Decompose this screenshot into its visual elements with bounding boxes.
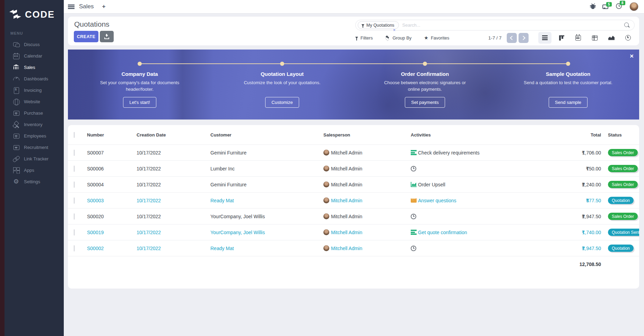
timeline-dot [566,62,570,66]
row-checkbox[interactable] [74,213,75,220]
activity-view-button[interactable] [621,32,635,44]
activity-icon[interactable] [411,182,417,187]
facet-remove-icon[interactable]: × [393,28,395,33]
timeline-dot [280,62,284,66]
table-row[interactable]: S00004 10/17/2022 Gemini Furniture Mitch… [68,176,639,192]
create-button[interactable]: CREATE [74,31,98,42]
currency-symbol: ₹ [586,166,589,171]
sidebar-item-label: Discuss [24,42,40,47]
search-input[interactable]: Search... [402,23,624,28]
sidebar-item-inventory[interactable]: Inventory [5,119,64,130]
calendar-icon [13,53,19,59]
close-icon[interactable]: × [630,52,634,60]
cell-customer: Ready Mat [210,198,323,203]
search-facet-my-quotations[interactable]: My Quotations [358,21,399,29]
search-icon[interactable] [624,22,630,28]
hamburger-menu-icon[interactable] [68,5,75,9]
status-badge: Quotation Sent [608,229,639,236]
messages-icon[interactable]: 5 [602,5,608,9]
status-badge: Sales Order [608,213,638,220]
table-row[interactable]: S00020 10/17/2022 YourCompany, Joel Will… [68,208,639,224]
send-sample-button[interactable]: Send sample [549,97,588,108]
currency-symbol: ₹ [582,182,585,187]
activity-icon[interactable] [411,166,416,171]
column-header-customer[interactable]: Customer [210,132,323,138]
sidebar-item-label: Apps [24,168,34,173]
app-logo[interactable]: CODE [5,0,64,22]
search-bar[interactable]: My Quotations × Search... [355,20,635,30]
graph-view-button[interactable] [605,32,618,44]
sidebar-item-sales[interactable]: Sales [5,62,64,73]
activity-label: Answer questions [418,198,456,203]
activity-icon[interactable] [411,214,416,219]
activity-icon[interactable] [411,198,417,203]
customize-button[interactable]: Customize [265,97,299,108]
debug-bug-icon[interactable] [591,4,595,9]
sidebar-item-purchase[interactable]: Purchase [5,107,64,119]
column-header-status[interactable]: Status [601,132,639,138]
calendar-view-button[interactable] [572,32,585,44]
sidebar-item-employees[interactable]: Employees [5,130,64,142]
activity-icon[interactable] [411,230,417,235]
sidebar-item-discuss[interactable]: Discuss [5,39,64,50]
current-app-name[interactable]: Sales [79,3,94,10]
messages-count-badge: 5 [606,2,612,7]
group-by-button[interactable]: Group By [385,35,411,41]
export-button[interactable] [100,31,114,42]
sidebar-item-apps[interactable]: Apps [5,165,64,176]
table-footer-row: 12,708.50 [68,256,639,272]
sidebar-item-settings[interactable]: Settings [5,176,64,187]
table-row[interactable]: S00006 10/17/2022 Lumber Inc Mitchell Ad… [68,160,639,176]
sidebar-item-recruitment[interactable]: Recruitment [5,142,64,153]
pager-next-button[interactable] [519,33,529,43]
table-row[interactable]: S00002 10/17/2022 Ready Mat Mitchell Adm… [68,240,639,256]
gauge-icon [13,76,19,82]
sidebar-item-dashboards[interactable]: Dashboards [5,73,64,85]
pivot-view-button[interactable] [588,32,601,44]
column-header-number[interactable]: Number [82,132,137,138]
kanban-view-icon [559,35,564,41]
logo-icon [9,9,22,20]
sidebar-item-label: Employees [24,133,46,139]
row-checkbox[interactable] [74,197,75,204]
table-row[interactable]: S00007 10/17/2022 Gemini Furniture Mitch… [68,144,639,160]
sidebar-item-link-tracker[interactable]: Link Tracker [5,153,64,165]
sidebar-item-label: Website [24,99,40,104]
row-checkbox[interactable] [74,182,75,188]
favorites-label: Favorites [431,35,449,41]
currency-symbol: ₹ [582,214,585,219]
quotations-table: Number Creation Date Customer Salesperso… [68,125,639,289]
row-checkbox[interactable] [74,229,75,236]
pager-previous-button[interactable] [507,33,517,43]
logo-text: CODE [25,9,55,20]
column-header-total[interactable]: Total [555,132,601,138]
column-header-creation-date[interactable]: Creation Date [137,132,210,138]
activities-icon[interactable]: 8 [616,3,622,10]
sidebar-item-website[interactable]: Website [5,96,64,107]
filters-label: Filters [360,35,373,41]
favorites-button[interactable]: ★ Favorites [424,35,449,41]
step-description: Set your company's data for documents he… [93,80,186,93]
sidebar-item-calendar[interactable]: Calendar [5,50,64,62]
new-tab-button[interactable]: + [102,3,106,10]
sidebar-item-invoicing[interactable]: Invoicing [5,85,64,96]
activity-icon[interactable] [411,246,416,251]
filters-button[interactable]: Filters [355,35,373,41]
column-header-activities[interactable]: Activities [411,132,555,138]
table-row[interactable]: S00003 10/17/2022 Ready Mat Mitchell Adm… [68,192,639,208]
set-payments-button[interactable]: Set payments [405,97,445,108]
user-avatar[interactable] [629,2,638,11]
activity-icon[interactable] [411,150,417,155]
row-checkbox[interactable] [74,150,75,156]
step-title: Sample Quotation [521,71,615,77]
row-checkbox[interactable] [74,166,75,172]
kanban-view-button[interactable] [555,32,568,44]
table-row[interactable]: S00019 10/17/2022 YourCompany, Joel Will… [68,224,639,240]
currency-symbol: ₹ [582,246,585,251]
select-all-checkbox[interactable] [74,132,75,138]
app-window: CODE MENU Discuss Calendar Sales Dashboa… [0,0,644,336]
column-header-salesperson[interactable]: Salesperson [323,132,411,138]
lets-start-button[interactable]: Let's start! [123,97,156,108]
row-checkbox[interactable] [74,245,75,251]
list-view-button[interactable] [538,32,551,44]
